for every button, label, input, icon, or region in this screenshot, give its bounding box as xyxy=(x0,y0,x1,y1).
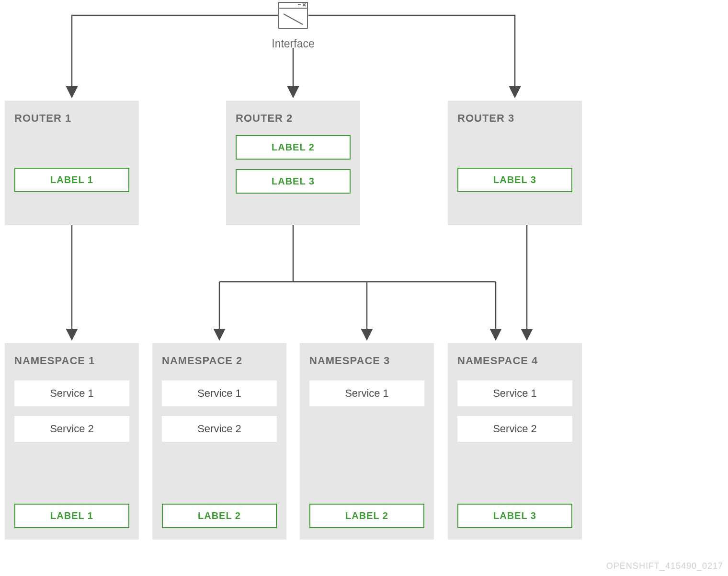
router-1-box: ROUTER 1 LABEL 1 xyxy=(5,101,139,225)
router-1-title: ROUTER 1 xyxy=(14,112,129,125)
namespace-4-label: LABEL 3 xyxy=(457,504,572,528)
namespace-2-service-1: Service 1 xyxy=(162,380,277,406)
router-3-title: ROUTER 3 xyxy=(457,112,572,125)
namespace-3-title: NAMESPACE 3 xyxy=(309,355,424,367)
watermark: OPENSHIFT_415490_0217 xyxy=(606,561,723,571)
router-3-label-1: LABEL 3 xyxy=(457,168,572,192)
namespace-2-label: LABEL 2 xyxy=(162,504,277,528)
interface-icon xyxy=(278,1,308,29)
namespace-2-service-2: Service 2 xyxy=(162,416,277,442)
namespace-4-service-2: Service 2 xyxy=(457,416,572,442)
router-2-box: ROUTER 2 LABEL 2 LABEL 3 xyxy=(226,101,360,225)
namespace-4-box: NAMESPACE 4 Service 1 Service 2 LABEL 3 xyxy=(448,343,582,540)
router-3-box: ROUTER 3 LABEL 3 xyxy=(448,101,582,225)
namespace-1-label: LABEL 1 xyxy=(14,504,129,528)
router-2-label-2: LABEL 3 xyxy=(236,169,351,194)
namespace-4-title: NAMESPACE 4 xyxy=(457,355,572,367)
namespace-1-service-2: Service 2 xyxy=(14,416,129,442)
namespace-3-box: NAMESPACE 3 Service 1 LABEL 2 xyxy=(300,343,434,540)
svg-line-5 xyxy=(284,14,303,24)
namespace-1-box: NAMESPACE 1 Service 1 Service 2 LABEL 1 xyxy=(5,343,139,540)
router-1-label-1: LABEL 1 xyxy=(14,168,129,192)
namespace-1-title: NAMESPACE 1 xyxy=(14,355,129,367)
namespace-4-service-1: Service 1 xyxy=(457,380,572,406)
namespace-2-title: NAMESPACE 2 xyxy=(162,355,277,367)
namespace-1-service-1: Service 1 xyxy=(14,380,129,406)
namespace-3-label: LABEL 2 xyxy=(309,504,424,528)
namespace-3-service-1: Service 1 xyxy=(309,380,424,406)
router-2-label-1: LABEL 2 xyxy=(236,135,351,160)
interface-label: Interface xyxy=(268,37,318,50)
namespace-2-box: NAMESPACE 2 Service 1 Service 2 LABEL 2 xyxy=(152,343,286,540)
router-2-title: ROUTER 2 xyxy=(236,112,351,125)
